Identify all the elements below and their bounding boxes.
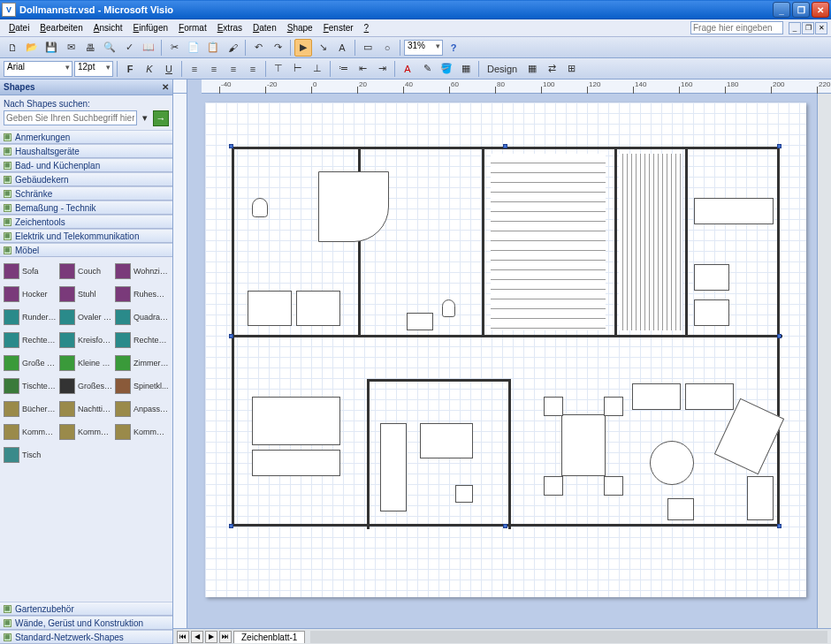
shape-stencil-item[interactable]: Kommode 2 Schubl.	[59, 421, 113, 443]
toilet-small-shape[interactable]	[442, 299, 455, 317]
ellipse-tool-button[interactable]: ○	[378, 39, 396, 57]
shape-category[interactable]: ▦Elektrik und Telekommunikation	[0, 229, 172, 243]
small-sink-shape[interactable]	[407, 313, 433, 330]
layout-button[interactable]: ⊞	[562, 60, 580, 78]
menu-shape[interactable]: Shape	[282, 21, 318, 34]
shape-stencil-item[interactable]: Ovaler Esstisch	[59, 307, 113, 328]
bullets-button[interactable]: ≔	[334, 60, 352, 78]
research-button[interactable]: 📖	[140, 39, 157, 57]
menu-bearbeiten[interactable]: Bearbeiten	[34, 21, 88, 34]
font-color-button[interactable]: A	[399, 60, 416, 78]
paste-button[interactable]: 📋	[204, 39, 222, 57]
new-button[interactable]: 🗋	[4, 39, 21, 57]
underline-button[interactable]: U	[160, 60, 178, 78]
shape-stencil-item[interactable]: Sofa	[4, 261, 57, 282]
shapes-search-go-button[interactable]: →	[153, 110, 169, 126]
shape-stencil-item[interactable]: Kreisform... Tisch	[59, 330, 113, 351]
shelf-shape[interactable]	[380, 423, 407, 511]
align-bottom-button[interactable]: ⊥	[309, 60, 326, 78]
close-button[interactable]: ✕	[812, 2, 829, 18]
text-tool-button[interactable]: A	[333, 39, 351, 57]
shape-stencil-item[interactable]: Kommode 3 Schubl.	[115, 421, 169, 443]
bold-button[interactable]: F	[121, 60, 139, 78]
vertical-scrollbar[interactable]	[817, 94, 831, 628]
sauna-shape[interactable]	[619, 154, 682, 330]
horizontal-scrollbar[interactable]	[310, 631, 827, 643]
zoom-combo[interactable]: 31%	[404, 40, 443, 56]
ottoman-shape[interactable]	[667, 498, 694, 520]
help-button[interactable]: ?	[445, 39, 462, 57]
mail-button[interactable]: ✉	[62, 39, 80, 57]
toilet-shape[interactable]	[252, 198, 268, 217]
menu-fenster[interactable]: Fenster	[318, 21, 359, 34]
tab-first-button[interactable]: ⏮	[177, 631, 189, 643]
fill-color-button[interactable]: 🪣	[438, 60, 455, 78]
floorplan-outline[interactable]	[232, 147, 780, 527]
menu-einfügen[interactable]: Einfügen	[128, 21, 173, 34]
tab-next-button[interactable]: ▶	[205, 631, 217, 643]
shape-category[interactable]: ▦Zeichentools	[0, 215, 172, 229]
align-middle-button[interactable]: ⊢	[289, 60, 307, 78]
bed-shape[interactable]	[252, 397, 340, 445]
italic-button[interactable]: K	[141, 60, 158, 78]
font-size-combo[interactable]: 12pt	[74, 61, 113, 77]
line-color-button[interactable]: ✎	[418, 60, 436, 78]
spellcheck-button[interactable]: ✓	[120, 39, 138, 57]
menu-daten[interactable]: Daten	[248, 21, 282, 34]
align-right-button[interactable]: ≡	[225, 60, 242, 78]
chair-shape[interactable]	[604, 476, 623, 496]
shape-stencil-item[interactable]: Runder Esstisch	[4, 307, 57, 328]
shape-category[interactable]: ▦Schränke	[0, 186, 172, 201]
menu-?[interactable]: ?	[359, 21, 375, 34]
kitchen-counter-shape[interactable]	[694, 198, 774, 224]
increase-indent-button[interactable]: ⇥	[373, 60, 391, 78]
doc-restore-button[interactable]: ❐	[802, 22, 814, 34]
shape-stencil-item[interactable]: Zimmerpfl...	[115, 352, 169, 374]
shape-category[interactable]: ▦Möbel	[0, 243, 172, 257]
menu-ansicht[interactable]: Ansicht	[88, 21, 128, 34]
shape-category[interactable]: ▦Bad- und Küchenplan	[0, 158, 172, 172]
dresser-shape[interactable]	[252, 450, 340, 476]
shape-category[interactable]: ▦Bemaßung - Technik	[0, 201, 172, 215]
sink-shape[interactable]	[694, 264, 729, 291]
minimize-button[interactable]: _	[773, 2, 790, 18]
shape-stencil-item[interactable]: Rechteck... Tisch	[115, 330, 169, 351]
shape-stencil-item[interactable]: Büchersc...	[4, 398, 57, 420]
align-center-button[interactable]: ≡	[205, 60, 223, 78]
desk-shape[interactable]	[420, 423, 473, 458]
connector-tool-button[interactable]: ↘	[314, 39, 332, 57]
save-button[interactable]: 💾	[42, 39, 60, 57]
design-button[interactable]: Design	[483, 60, 522, 78]
shape-stencil-item[interactable]: Kleine Pflanze	[59, 352, 113, 374]
theme-button[interactable]: ▦	[523, 60, 541, 78]
shape-category[interactable]: ▦Standard-Netzwerk-Shapes	[0, 630, 172, 644]
autoconnect-button[interactable]: ⇄	[543, 60, 560, 78]
decrease-indent-button[interactable]: ⇤	[354, 60, 371, 78]
stove-shape[interactable]	[694, 299, 729, 326]
format-painter-button[interactable]: 🖌	[224, 39, 241, 57]
pointer-tool-button[interactable]: ▶	[294, 39, 312, 57]
stairs-shape[interactable]	[491, 154, 606, 330]
shape-stencil-item[interactable]: Wohnzim...	[115, 261, 169, 282]
washbasin-shape[interactable]	[248, 291, 292, 326]
tab-prev-button[interactable]: ◀	[191, 631, 203, 643]
shapes-search-input[interactable]	[4, 110, 137, 125]
shadow-button[interactable]: ▦	[457, 60, 475, 78]
monitor-shape[interactable]	[455, 485, 473, 503]
maximize-button[interactable]: ❐	[792, 2, 810, 18]
horizontal-ruler[interactable]: -40-20020406080100120140160180200220	[202, 80, 831, 94]
shape-category[interactable]: ▦Haushaltsgeräte	[0, 144, 172, 158]
tab-last-button[interactable]: ⏭	[219, 631, 232, 643]
align-left-button[interactable]: ≡	[186, 60, 203, 78]
chair-shape[interactable]	[544, 476, 563, 496]
shapes-close-button[interactable]: ✕	[162, 82, 169, 92]
shape-stencil-item[interactable]: Tischtenni...	[4, 375, 57, 397]
shower-shape[interactable]	[318, 171, 389, 242]
help-search-input[interactable]	[690, 21, 783, 34]
open-button[interactable]: 📂	[23, 39, 41, 57]
shape-category[interactable]: ▦Gartenzubehör	[0, 602, 172, 616]
drawing-canvas[interactable]	[187, 94, 817, 628]
dining-table-shape[interactable]	[561, 414, 606, 476]
shape-category[interactable]: ▦Wände, Gerüst und Konstruktion	[0, 616, 172, 630]
side-table-shape[interactable]	[747, 476, 774, 520]
